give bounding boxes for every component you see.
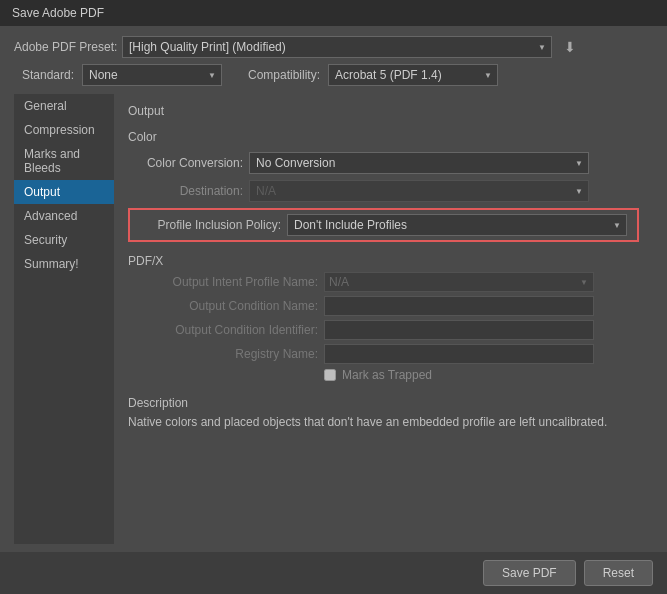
sidebar-item-summary[interactable]: Summary! bbox=[14, 252, 114, 276]
sidebar-item-advanced[interactable]: Advanced bbox=[14, 204, 114, 228]
save-pdf-button[interactable]: Save PDF bbox=[483, 560, 576, 586]
sidebar-item-output[interactable]: Output bbox=[14, 180, 114, 204]
mark-trapped-label: Mark as Trapped bbox=[342, 368, 432, 382]
save-pdf-dialog: Save Adobe PDF Adobe PDF Preset: [High Q… bbox=[0, 0, 667, 594]
preset-label: Adobe PDF Preset: bbox=[14, 40, 114, 54]
registry-name-label: Registry Name: bbox=[128, 347, 318, 361]
content-area: Output Color Color Conversion: No Conver… bbox=[114, 94, 653, 544]
output-condition-id-input bbox=[324, 320, 594, 340]
window-title: Save Adobe PDF bbox=[12, 6, 104, 20]
registry-name-row: Registry Name: bbox=[128, 344, 639, 364]
standard-select-wrapper: None bbox=[82, 64, 222, 86]
top-section: Adobe PDF Preset: [High Quality Print] (… bbox=[14, 36, 653, 86]
reset-button[interactable]: Reset bbox=[584, 560, 653, 586]
registry-name-input bbox=[324, 344, 594, 364]
pdfx-section: PDF/X Output Intent Profile Name: N/A Ou… bbox=[128, 254, 639, 382]
output-section-title: Output bbox=[128, 104, 639, 118]
description-text: Native colors and placed objects that do… bbox=[128, 414, 639, 431]
destination-select: N/A bbox=[249, 180, 589, 202]
output-intent-row: Output Intent Profile Name: N/A bbox=[128, 272, 639, 292]
sidebar-item-compression[interactable]: Compression bbox=[14, 118, 114, 142]
output-condition-id-label: Output Condition Identifier: bbox=[128, 323, 318, 337]
sidebar-item-marks-bleeds[interactable]: Marks and Bleeds bbox=[14, 142, 114, 180]
preset-row: Adobe PDF Preset: [High Quality Print] (… bbox=[14, 36, 653, 58]
mark-trapped-checkbox bbox=[324, 369, 336, 381]
mark-trapped-row: Mark as Trapped bbox=[324, 368, 639, 382]
profile-inclusion-select[interactable]: Don't Include Profiles bbox=[287, 214, 627, 236]
save-preset-icon[interactable]: ⬇ bbox=[560, 37, 580, 57]
compatibility-label: Compatibility: bbox=[230, 68, 320, 82]
destination-select-wrapper: N/A bbox=[249, 180, 589, 202]
preset-select-wrapper: [High Quality Print] (Modified) bbox=[122, 36, 552, 58]
bottom-bar: Save PDF Reset bbox=[0, 552, 667, 594]
destination-label: Destination: bbox=[128, 184, 243, 198]
standard-label: Standard: bbox=[14, 68, 74, 82]
output-condition-name-input bbox=[324, 296, 594, 316]
compatibility-select[interactable]: Acrobat 5 (PDF 1.4) bbox=[328, 64, 498, 86]
description-section: Description Native colors and placed obj… bbox=[128, 396, 639, 431]
color-conversion-select-wrapper: No Conversion bbox=[249, 152, 589, 174]
standard-select[interactable]: None bbox=[82, 64, 222, 86]
color-subsection-title: Color bbox=[128, 130, 639, 144]
sidebar-item-security[interactable]: Security bbox=[14, 228, 114, 252]
pdfx-section-title: PDF/X bbox=[128, 254, 639, 268]
profile-inclusion-label: Profile Inclusion Policy: bbox=[136, 218, 281, 232]
output-condition-name-row: Output Condition Name: bbox=[128, 296, 639, 316]
description-title: Description bbox=[128, 396, 639, 410]
output-condition-id-row: Output Condition Identifier: bbox=[128, 320, 639, 340]
standard-compat-row: Standard: None Compatibility: Acrobat 5 … bbox=[14, 64, 653, 86]
color-conversion-label: Color Conversion: bbox=[128, 156, 243, 170]
profile-inclusion-highlight: Profile Inclusion Policy: Don't Include … bbox=[128, 208, 639, 242]
main-area: General Compression Marks and Bleeds Out… bbox=[14, 94, 653, 544]
sidebar-item-general[interactable]: General bbox=[14, 94, 114, 118]
dialog-content: Adobe PDF Preset: [High Quality Print] (… bbox=[0, 26, 667, 552]
preset-select[interactable]: [High Quality Print] (Modified) bbox=[122, 36, 552, 58]
output-intent-select-wrapper: N/A bbox=[324, 272, 594, 292]
output-intent-label: Output Intent Profile Name: bbox=[128, 275, 318, 289]
title-bar: Save Adobe PDF bbox=[0, 0, 667, 26]
color-section: Color Color Conversion: No Conversion De… bbox=[128, 130, 639, 242]
destination-row: Destination: N/A bbox=[128, 180, 639, 202]
compat-select-wrapper: Acrobat 5 (PDF 1.4) bbox=[328, 64, 498, 86]
sidebar: General Compression Marks and Bleeds Out… bbox=[14, 94, 114, 544]
profile-inclusion-select-wrapper: Don't Include Profiles bbox=[287, 214, 627, 236]
color-conversion-select[interactable]: No Conversion bbox=[249, 152, 589, 174]
output-intent-select: N/A bbox=[324, 272, 594, 292]
color-conversion-row: Color Conversion: No Conversion bbox=[128, 152, 639, 174]
output-condition-name-label: Output Condition Name: bbox=[128, 299, 318, 313]
